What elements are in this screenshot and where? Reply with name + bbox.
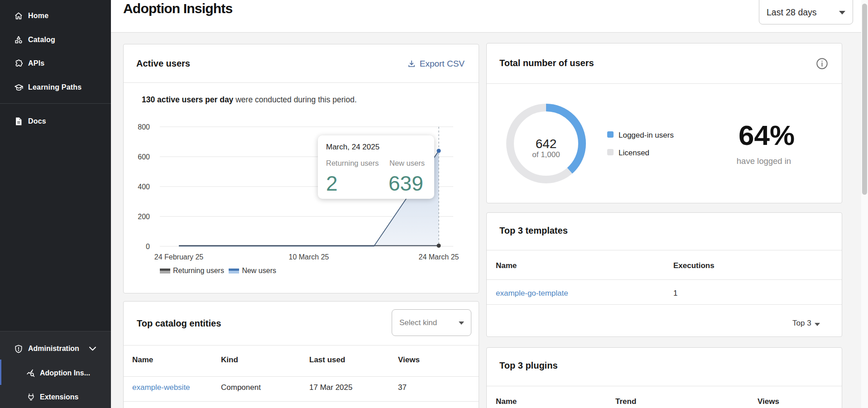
svg-text:600: 600 <box>138 153 150 161</box>
svg-text:0: 0 <box>146 243 150 250</box>
svg-text:24 February 25: 24 February 25 <box>154 253 204 261</box>
svg-text:10 March 25: 10 March 25 <box>289 253 329 261</box>
svg-text:24 March 25: 24 March 25 <box>419 253 459 261</box>
svg-text:400: 400 <box>138 183 150 191</box>
svg-text:200: 200 <box>138 213 150 221</box>
svg-text:800: 800 <box>138 123 150 131</box>
